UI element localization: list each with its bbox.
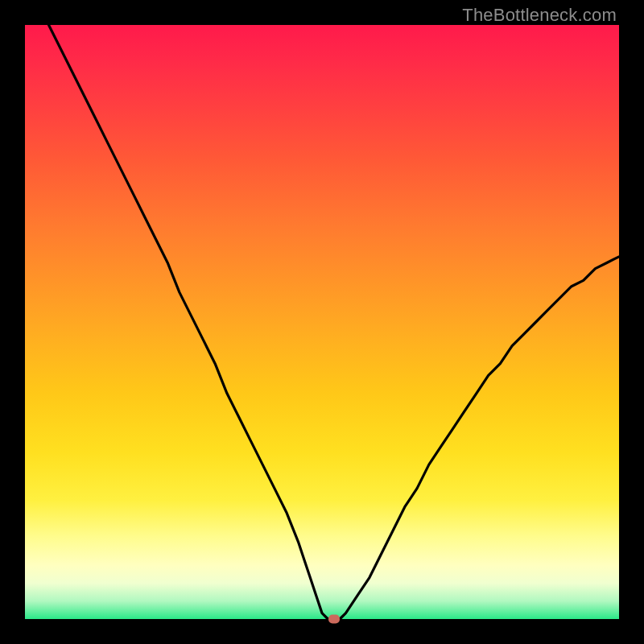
plot-area [25, 25, 619, 619]
chart-frame: TheBottleneck.com [0, 0, 644, 644]
bottleneck-curve [25, 25, 619, 619]
optimum-marker [328, 615, 340, 624]
watermark-text: TheBottleneck.com [462, 5, 617, 26]
